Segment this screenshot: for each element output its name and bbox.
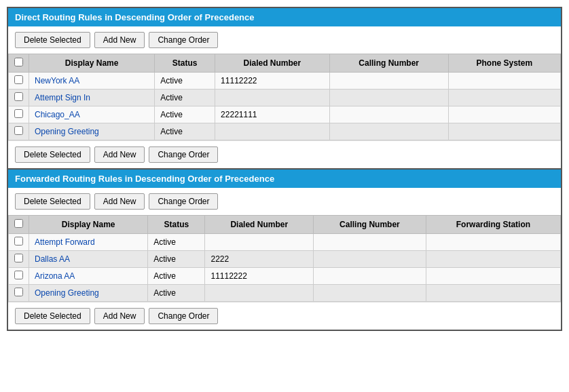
forwarded-row-checkbox-cell [9, 251, 29, 268]
direct-col-calling-number: Calling Number [329, 54, 448, 73]
direct-row-calling-number [329, 123, 448, 140]
direct-row-name[interactable]: Attempt Sign In [29, 90, 155, 106]
direct-row-phone-system [448, 73, 560, 90]
direct-row-checkbox[interactable] [14, 109, 23, 118]
direct-row-status: Active [155, 106, 215, 123]
direct-delete-button[interactable]: Delete Selected [15, 32, 90, 48]
forwarded-toolbar: Delete Selected Add New Change Order [8, 188, 561, 215]
direct-select-all-checkbox[interactable] [14, 58, 23, 66]
forwarded-table-row: Opening Greeting Active [9, 285, 561, 302]
direct-row-link[interactable]: Chicago_AA [35, 110, 80, 119]
direct-row-name[interactable]: Opening Greeting [29, 123, 155, 140]
forwarded-row-link[interactable]: Attempt Forward [35, 237, 95, 247]
forwarded-row-calling-number [314, 268, 426, 285]
direct-row-calling-number [329, 90, 448, 106]
direct-row-dialed-number: 11112222 [215, 73, 330, 90]
forwarded-col-status: Status [148, 216, 205, 234]
forwarded-row-link[interactable]: Dallas AA [35, 254, 70, 264]
direct-section-header: Direct Routing Rules in Descending Order… [8, 8, 561, 26]
forwarded-table-row: Arizona AA Active 11112222 [9, 268, 561, 285]
forwarded-row-status: Active [148, 251, 205, 268]
direct-row-dialed-number: 22221111 [215, 106, 330, 123]
direct-bottom-add-button[interactable]: Add New [94, 146, 145, 163]
direct-row-status: Active [155, 90, 215, 106]
forwarded-row-name[interactable]: Arizona AA [29, 268, 148, 285]
forwarded-row-forwarding-station [426, 268, 560, 285]
forwarded-change-button[interactable]: Change Order [149, 193, 218, 210]
forwarded-row-checkbox[interactable] [14, 237, 23, 246]
forwarded-row-forwarding-station [426, 251, 560, 268]
direct-row-status: Active [155, 123, 215, 140]
direct-col-status: Status [155, 54, 215, 73]
forwarded-row-status: Active [148, 285, 205, 302]
forwarded-row-checkbox-cell [9, 268, 29, 285]
forwarded-row-checkbox[interactable] [14, 254, 23, 262]
direct-row-phone-system [448, 123, 560, 140]
forwarded-row-status: Active [148, 268, 205, 285]
forwarded-row-checkbox[interactable] [14, 271, 23, 279]
forwarded-row-checkbox-cell [9, 234, 29, 251]
forwarded-delete-button[interactable]: Delete Selected [15, 193, 90, 210]
direct-table-row: Attempt Sign In Active [9, 90, 561, 106]
direct-row-phone-system [448, 90, 560, 106]
direct-add-button[interactable]: Add New [94, 32, 145, 48]
direct-select-all-header [9, 54, 29, 73]
direct-toolbar: Delete Selected Add New Change Order [8, 26, 561, 54]
forwarded-row-forwarding-station [426, 234, 560, 251]
direct-bottom-delete-button[interactable]: Delete Selected [15, 146, 90, 163]
forwarded-section-header: Forwarded Routing Rules in Descending Or… [8, 170, 561, 188]
forwarded-row-link[interactable]: Arizona AA [35, 271, 75, 281]
forwarded-row-checkbox-cell [9, 285, 29, 302]
direct-row-checkbox[interactable] [14, 75, 23, 84]
forwarded-row-name[interactable]: Attempt Forward [29, 234, 148, 251]
forwarded-bottom-delete-button[interactable]: Delete Selected [15, 308, 90, 324]
forwarded-row-dialed-number: 11112222 [205, 268, 314, 285]
direct-change-button[interactable]: Change Order [149, 32, 218, 48]
direct-bottom-change-button[interactable]: Change Order [149, 146, 218, 163]
direct-row-calling-number [329, 106, 448, 123]
forwarded-row-name[interactable]: Dallas AA [29, 251, 148, 268]
direct-row-link[interactable]: Attempt Sign In [35, 93, 90, 102]
main-container: Direct Routing Rules in Descending Order… [7, 7, 562, 331]
direct-row-calling-number [329, 73, 448, 90]
direct-row-link[interactable]: NewYork AA [35, 76, 79, 85]
forwarded-table-row: Attempt Forward Active [9, 234, 561, 251]
forwarded-table-row: Dallas AA Active 2222 [9, 251, 561, 268]
forwarded-col-display-name: Display Name [29, 216, 148, 234]
forwarded-add-button[interactable]: Add New [94, 193, 145, 210]
forwarded-row-name[interactable]: Opening Greeting [29, 285, 148, 302]
forwarded-col-dialed-number: Dialed Number [205, 216, 314, 234]
direct-row-status: Active [155, 73, 215, 90]
direct-row-checkbox[interactable] [14, 92, 23, 101]
direct-row-dialed-number [215, 90, 330, 106]
forwarded-select-all-checkbox[interactable] [14, 219, 23, 228]
forwarded-col-forwarding-station: Forwarding Station [426, 216, 560, 234]
direct-bottom-toolbar: Delete Selected Add New Change Order [8, 140, 561, 168]
forwarded-bottom-add-button[interactable]: Add New [94, 308, 145, 324]
direct-table-row: NewYork AA Active 11112222 [9, 73, 561, 90]
direct-row-checkbox-cell [9, 106, 29, 123]
direct-row-checkbox[interactable] [14, 126, 23, 135]
forwarded-row-calling-number [314, 285, 426, 302]
direct-row-checkbox-cell [9, 73, 29, 90]
direct-col-display-name: Display Name [29, 54, 155, 73]
forwarded-row-calling-number [314, 234, 426, 251]
direct-col-dialed-number: Dialed Number [215, 54, 330, 73]
forwarded-select-all-header [9, 216, 29, 234]
direct-row-dialed-number [215, 123, 330, 140]
forwarded-table-wrapper: Display Name Status Dialed Number Callin… [8, 215, 561, 302]
direct-row-link[interactable]: Opening Greeting [35, 127, 99, 136]
direct-row-name[interactable]: NewYork AA [29, 73, 155, 90]
forwarded-bottom-toolbar: Delete Selected Add New Change Order [8, 302, 561, 330]
forwarded-row-link[interactable]: Opening Greeting [35, 288, 99, 298]
forwarded-routing-table: Display Name Status Dialed Number Callin… [8, 215, 561, 302]
forwarded-row-checkbox[interactable] [14, 288, 23, 296]
direct-table-row: Chicago_AA Active 22221111 [9, 106, 561, 123]
direct-table-row: Opening Greeting Active [9, 123, 561, 140]
direct-row-name[interactable]: Chicago_AA [29, 106, 155, 123]
forwarded-row-dialed-number [205, 285, 314, 302]
direct-table-wrapper: Display Name Status Dialed Number Callin… [8, 54, 561, 140]
forwarded-bottom-change-button[interactable]: Change Order [149, 308, 218, 324]
forwarded-row-dialed-number: 2222 [205, 251, 314, 268]
direct-routing-table: Display Name Status Dialed Number Callin… [8, 54, 561, 140]
